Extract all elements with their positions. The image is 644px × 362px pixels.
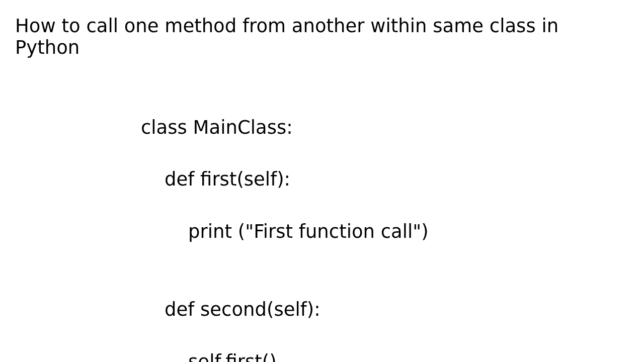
code-example: class MainClass: def first(self): print … xyxy=(141,88,644,362)
code-line: print ("First function call") xyxy=(141,219,644,245)
code-line: def first(self): xyxy=(141,166,644,193)
page-title: How to call one method from another with… xyxy=(0,0,644,58)
code-line: self.first() xyxy=(141,349,644,362)
code-line: class MainClass: xyxy=(141,115,644,141)
code-line: def second(self): xyxy=(141,297,644,323)
